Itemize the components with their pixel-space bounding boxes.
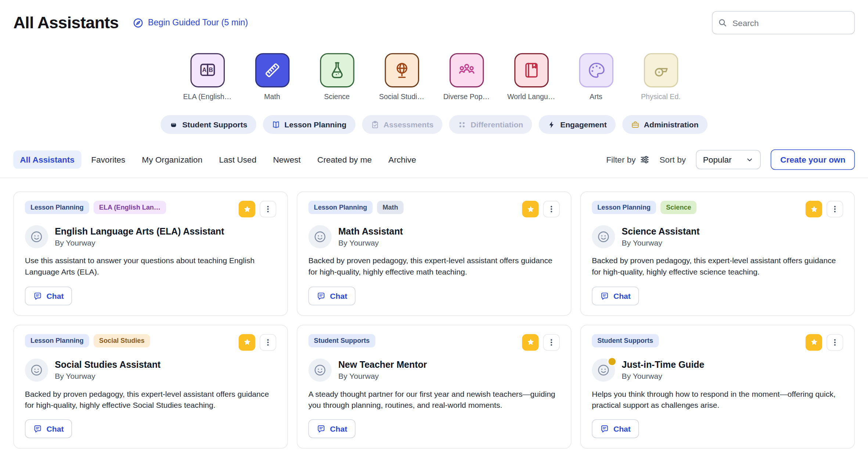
assistant-card-new-teacher-mentor[interactable]: Student Supports	[297, 324, 572, 449]
avatar	[309, 225, 332, 248]
tab-my-organization[interactable]: My Organization	[135, 150, 209, 169]
chat-bubble-icon	[600, 291, 609, 300]
category-science[interactable]: Science	[309, 53, 365, 101]
chat-label: Chat	[613, 424, 631, 433]
search-input[interactable]	[731, 17, 849, 28]
chip-administration[interactable]: Administration	[622, 115, 707, 134]
favorite-button[interactable]	[239, 334, 255, 351]
chat-button[interactable]: Chat	[25, 286, 72, 305]
chat-bubble-icon	[317, 291, 325, 300]
more-options-button[interactable]	[260, 334, 276, 351]
favorite-button[interactable]	[806, 334, 822, 351]
category-diverse-populations[interactable]: Diverse Pop…	[439, 53, 494, 101]
assistant-description: Use this assistant to answer your questi…	[25, 255, 276, 277]
grid-dots-icon	[458, 120, 466, 129]
badge-student-supports: Student Supports	[309, 334, 375, 347]
chat-button[interactable]: Chat	[592, 420, 639, 438]
chip-lesson-planning[interactable]: Lesson Planning	[263, 115, 355, 134]
create-your-own-button[interactable]: Create your own	[771, 149, 855, 170]
tab-all-assistants[interactable]: All Assistants	[13, 150, 81, 169]
filter-chip-row: Student Supports Lesson Planning Assessm…	[0, 115, 868, 134]
assistant-title: Math Assistant	[338, 226, 403, 237]
lightning-icon	[547, 120, 556, 129]
assistant-description: Backed by proven pedagogy, this expert-l…	[592, 255, 843, 277]
chat-button[interactable]: Chat	[309, 420, 356, 438]
more-options-button[interactable]	[260, 201, 276, 217]
category-label: Science	[324, 92, 350, 101]
assistant-description: A steady thought partner for our first y…	[309, 388, 560, 410]
assistant-title: New Teacher Mentor	[338, 359, 427, 370]
guided-tour-link[interactable]: Begin Guided Tour (5 min)	[133, 17, 248, 28]
assistant-author: By Yourway	[622, 371, 705, 380]
notification-badge	[607, 357, 617, 366]
chat-button[interactable]: Chat	[592, 286, 639, 305]
filter-by-button[interactable]: Filter by	[606, 155, 649, 164]
assistant-author: By Yourway	[338, 371, 427, 380]
sort-dropdown[interactable]: Popular	[696, 150, 761, 169]
ruler-icon	[255, 53, 289, 87]
assistant-card-social-studies[interactable]: Lesson Planning Social Studies	[13, 324, 288, 449]
assistant-card-math[interactable]: Lesson Planning Math	[297, 191, 572, 316]
assistant-grid: Lesson Planning ELA (English Lan…	[0, 178, 868, 449]
more-options-button[interactable]	[543, 334, 560, 351]
more-options-button[interactable]	[543, 201, 560, 217]
badge-lesson-planning: Lesson Planning	[592, 201, 656, 214]
favorite-button[interactable]	[522, 334, 539, 351]
chat-label: Chat	[330, 291, 347, 300]
tab-archive[interactable]: Archive	[382, 150, 423, 169]
avatar	[592, 225, 615, 248]
assistant-card-just-in-time-guide[interactable]: Student Supports	[580, 324, 855, 449]
category-row: A B ELA (English… Math	[0, 53, 868, 101]
toolbar-controls: Filter by Sort by Popular C	[606, 149, 855, 170]
favorite-button[interactable]	[522, 201, 539, 217]
category-arts[interactable]: Arts	[568, 53, 624, 101]
category-label: ELA (English…	[183, 92, 232, 101]
badge-social-studies: Social Studies	[94, 334, 150, 347]
chat-bubble-icon	[317, 424, 325, 433]
sliders-icon	[640, 155, 650, 164]
chip-student-supports[interactable]: Student Supports	[161, 115, 256, 134]
badge-lesson-planning: Lesson Planning	[25, 201, 89, 214]
tab-created-by-me[interactable]: Created by me	[311, 150, 378, 169]
open-book-icon	[272, 120, 280, 129]
assistant-author: By Yourway	[55, 371, 161, 380]
book-ab-icon: A B	[190, 53, 224, 87]
chat-label: Chat	[47, 424, 64, 433]
chat-bubble-icon	[600, 424, 609, 433]
avatar	[25, 225, 48, 248]
assistant-title: English Language Arts (ELA) Assistant	[55, 226, 224, 237]
badge-lesson-planning: Lesson Planning	[309, 201, 373, 214]
more-options-button[interactable]	[826, 201, 843, 217]
more-options-button[interactable]	[826, 334, 843, 351]
tab-last-used[interactable]: Last Used	[212, 150, 263, 169]
assistant-author: By Yourway	[55, 239, 224, 247]
assistant-description: Helps you think through how to respond i…	[592, 388, 843, 410]
category-social-studies[interactable]: Social Studi…	[374, 53, 429, 101]
sort-value: Popular	[703, 155, 732, 164]
category-world-languages[interactable]: World Langu…	[503, 53, 559, 101]
assistant-card-ela[interactable]: Lesson Planning ELA (English Lan…	[13, 191, 288, 316]
category-label: Diverse Pop…	[443, 92, 490, 101]
category-math[interactable]: Math	[244, 53, 300, 101]
chip-assessments[interactable]: Assessments	[362, 115, 442, 134]
page: All Assistants Begin Guided Tour (5 min)	[0, 0, 868, 450]
people-group-icon	[449, 53, 483, 87]
badge-science: Science	[660, 201, 697, 214]
svg-text:A: A	[202, 67, 206, 73]
svg-text:B: B	[209, 67, 213, 73]
chip-differentiation[interactable]: Differentiation	[449, 115, 532, 134]
favorite-button[interactable]	[239, 201, 255, 217]
chip-engagement[interactable]: Engagement	[539, 115, 616, 134]
chat-button[interactable]: Chat	[309, 286, 356, 305]
fist-icon	[170, 120, 178, 129]
favorite-button[interactable]	[806, 201, 822, 217]
search-box	[712, 11, 855, 34]
chat-button[interactable]: Chat	[25, 420, 72, 438]
category-physical-ed[interactable]: Physical Ed.	[633, 53, 689, 101]
category-label: Social Studi…	[379, 92, 424, 101]
assistant-card-science[interactable]: Lesson Planning Science	[580, 191, 855, 316]
tab-newest[interactable]: Newest	[266, 150, 307, 169]
badge-math: Math	[377, 201, 403, 214]
category-ela[interactable]: A B ELA (English…	[179, 53, 235, 101]
tab-favorites[interactable]: Favorites	[84, 150, 132, 169]
